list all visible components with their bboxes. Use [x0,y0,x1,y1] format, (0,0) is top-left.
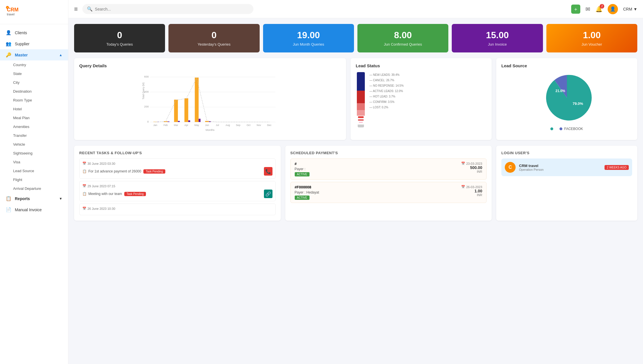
payments-title: SCHEDULED PAYMENT'S [290,151,487,155]
sidebar-navigation: 👤 Clients 👥 Supplier 🔑 Master ▲ Country … [0,24,68,364]
payment-date-1: 📅 23-03-2023 [461,162,482,165]
pie-dot-green [550,127,553,130]
svg-rect-18 [174,100,178,122]
query-chart-card: Query Details 600 400 200 0 T [74,58,346,140]
svg-text:Months: Months [205,128,215,131]
mail-icon[interactable]: ✉ [585,6,590,13]
sidebar-item-amenities[interactable]: Amenities [0,122,68,131]
header-actions: ＋ ✉ 🔔 2 👤 CRM ▼ [571,4,637,14]
task-date-3: 📅 26 June 2023 10:30 [82,207,115,210]
hamburger-icon[interactable]: ≡ [74,5,78,13]
svg-text:Dec: Dec [267,124,272,127]
today-queries-label: Today's Queries [106,42,133,46]
svg-text:400: 400 [144,90,149,93]
login-user-info-1: CRM travel Operation Person [519,164,601,171]
today-queries-value: 0 [117,30,122,40]
svg-rect-17 [168,121,170,122]
svg-text:200: 200 [144,105,149,108]
master-arrow-icon: ▲ [59,53,62,57]
sidebar-item-flight[interactable]: Flight [0,175,68,184]
user-avatar[interactable]: 👤 [608,4,618,14]
task-action-1[interactable]: 📞 [264,167,272,176]
sidebar-item-room-type[interactable]: Room Type [0,96,68,105]
jun-voucher-label: Jun Voucher [581,42,602,46]
lead-source-title: Lead Source [501,63,632,68]
tasks-title: RECENT TASKS & FOLLOW-UP'S [79,151,276,155]
lead-status-title: Lead Status [356,63,487,68]
lead-source-card: Lead Source 79.0% 21.0% [496,58,637,140]
jun-voucher-value: 1.00 [583,30,601,40]
search-input[interactable] [95,7,249,11]
sidebar-item-visa[interactable]: Visa [0,158,68,166]
task-badge-1: Task Pending [143,169,165,174]
task-action-2[interactable]: 🔗 [264,190,272,198]
sidebar-item-transfer[interactable]: Transfer [0,131,68,140]
stat-card-jun-confirmed[interactable]: 8.00 Jun Confirmed Queries [357,24,448,52]
bell-icon[interactable]: 🔔 2 [595,6,603,13]
svg-text:21.0%: 21.0% [555,89,565,93]
bottom-row: RECENT TASKS & FOLLOW-UP'S 📅 30 June 202… [74,146,637,221]
sidebar-item-city[interactable]: City [0,78,68,87]
login-user-item-1: C CRM travel Operation Person 2 WEEKS AG… [501,158,632,176]
payment-status-1: ACTIVE [295,172,310,176]
task-badge-2: Task Pending [124,192,146,196]
lead-status-hot: — HOT LEAD: 3.7% [369,95,487,98]
payment-date-2: 📅 26-03-2023 [461,185,482,189]
pie-legend: FACEBOOK [550,127,583,131]
notification-badge: 2 [600,4,604,9]
stat-card-jun-voucher[interactable]: 1.00 Jun Voucher [546,24,637,52]
sidebar-item-arrival-departure[interactable]: Arrival Departure [0,184,68,193]
query-chart-title: Query Details [79,63,341,68]
svg-text:79.0%: 79.0% [573,101,583,106]
tasks-scroll[interactable]: 📅 30 June 2023 03:30 📋 For 1st advance p… [79,158,276,215]
sidebar-item-state[interactable]: State [0,69,68,78]
payment-id-2: #F000008 [295,185,319,189]
svg-rect-21 [188,120,190,122]
sidebar-item-meal-plan[interactable]: Meal Plan [0,113,68,122]
master-icon: 🔑 [6,52,11,58]
dropdown-icon: ▼ [633,7,637,11]
sidebar: CRM travel 👤 Clients 👥 Supplier 🔑 Master… [0,0,68,364]
payment-currency-1: INR [461,170,482,173]
task-item-1: 📅 30 June 2023 03:30 📋 For 1st advance p… [79,158,276,179]
manual-invoice-icon: 📄 [6,207,11,212]
svg-point-4 [7,7,8,8]
sidebar-item-hotel[interactable]: Hotel [0,105,68,113]
payment-item-2: #F000008 Payer : Hedayat ACTIVE 📅 26-03-… [290,182,487,203]
svg-text:Feb: Feb [164,124,168,127]
search-bar: 🔍 [82,4,253,14]
stat-card-today-queries[interactable]: 0 Today's Queries [74,24,165,52]
svg-text:0: 0 [147,120,148,123]
payment-amount-2: 1.00 [461,189,482,193]
svg-text:Mar: Mar [174,124,178,127]
payment-payer-2: Payer : Hedayat [295,190,319,194]
user-name[interactable]: CRM ▼ [623,7,637,11]
task-item-2: 📅 29 June 2023 07:15 📋 Meeting with our … [79,181,276,201]
sidebar-item-country[interactable]: Country [0,60,68,69]
jun-month-label: Jun Month Queries [293,42,324,46]
sidebar-item-master[interactable]: 🔑 Master ▲ [0,49,68,60]
payments-scroll[interactable]: # Payer : ACTIVE 📅 23-03-2023 500.00 INR [290,158,487,205]
sidebar-item-supplier[interactable]: 👥 Supplier [0,38,68,49]
sidebar-item-lead-source[interactable]: Lead Source [0,166,68,175]
svg-rect-20 [184,98,188,122]
sidebar-item-destination[interactable]: Destination [0,87,68,96]
login-time-badge-1: 2 WEEKS AGO [605,165,629,170]
sidebar-item-vehicle[interactable]: Vehicle [0,140,68,149]
sidebar-item-clients[interactable]: 👤 Clients [0,27,68,38]
sidebar-item-sightseeing[interactable]: Sightseeing [0,149,68,158]
reports-icon: 📋 [6,196,11,201]
svg-text:Jul: Jul [216,124,219,127]
stat-card-yesterday-queries[interactable]: 0 Yesterday's Queries [168,24,259,52]
stat-card-jun-month[interactable]: 19.00 Jun Month Queries [263,24,354,52]
sidebar-item-manual-invoice[interactable]: 📄 Manual Invoice [0,204,68,215]
lead-status-confirm: — CONFIRM: 3.5% [369,100,487,103]
sidebar-item-reports[interactable]: 📋 Reports ▼ [0,193,68,204]
svg-text:Total Query (M): Total Query (M) [142,82,145,99]
svg-text:Jan: Jan [153,124,157,127]
pie-dot-blue [559,127,562,130]
login-users-title: LOGIN USER'S [501,151,632,155]
stat-card-jun-invoice[interactable]: 15.00 Jun Invoice [452,24,543,52]
plus-icon[interactable]: ＋ [571,5,580,14]
jun-invoice-value: 15.00 [486,30,509,40]
